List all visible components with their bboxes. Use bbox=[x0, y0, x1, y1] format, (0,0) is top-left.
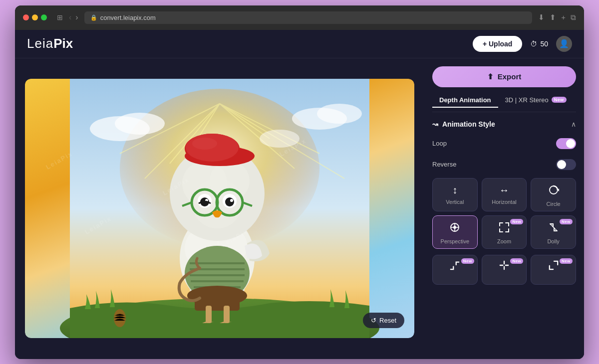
svg-point-11 bbox=[115, 113, 165, 135]
nav-forward-icon[interactable]: › bbox=[75, 13, 78, 22]
reset-label: Reset bbox=[379, 317, 396, 324]
upload-button[interactable]: + Upload bbox=[473, 36, 523, 52]
tab-depth-animation[interactable]: Depth Animation bbox=[432, 93, 498, 108]
loop-toggle[interactable] bbox=[556, 138, 576, 149]
browser-actions: ⬇ ⬆ + ⧉ bbox=[538, 13, 576, 22]
sidebar-toggle-icon[interactable]: ⊞ bbox=[57, 13, 63, 21]
animation-style-section: ↝ Animation Style ∧ bbox=[432, 118, 576, 130]
svg-rect-27 bbox=[195, 296, 240, 311]
btn3-icon bbox=[549, 260, 559, 273]
bottom-btn-1[interactable]: New bbox=[432, 255, 478, 285]
reverse-row: Reverse bbox=[432, 157, 576, 172]
browser-nav: ‹ › bbox=[69, 13, 78, 22]
horizontal-label: Horizontal bbox=[492, 199, 517, 205]
vertical-icon: ↕ bbox=[452, 184, 457, 196]
scene-svg bbox=[25, 79, 414, 338]
circle-icon bbox=[548, 184, 559, 198]
tabs-icon[interactable]: ⧉ bbox=[571, 13, 576, 22]
tabs-container: Depth Animation 3D | XR Stereo New bbox=[432, 93, 576, 112]
dolly-new-badge: New bbox=[560, 219, 573, 224]
svg-rect-48 bbox=[224, 306, 230, 323]
btn2-icon bbox=[499, 260, 509, 273]
traffic-light-close[interactable] bbox=[23, 14, 29, 20]
reset-icon: ↺ bbox=[371, 317, 376, 324]
avatar[interactable]: 👤 bbox=[556, 36, 572, 52]
export-label: Export bbox=[498, 72, 522, 81]
svg-point-41 bbox=[230, 199, 233, 202]
reverse-label: Reverse bbox=[432, 161, 456, 168]
address-bar[interactable]: 🔒 convert.leiapix.com bbox=[84, 11, 533, 24]
svg-rect-47 bbox=[206, 306, 212, 323]
credits-icon: ⏱ bbox=[530, 40, 537, 48]
reset-button[interactable]: ↺ Reset bbox=[363, 313, 404, 328]
anim-btn-perspective[interactable]: Perspective bbox=[432, 215, 478, 249]
btn3-new-badge: New bbox=[560, 258, 573, 264]
svg-point-13 bbox=[317, 104, 362, 124]
image-panel: LeiaPix LeiaPix LeiaPix LeiaPix LeiaPix … bbox=[15, 58, 424, 359]
reverse-toggle-knob bbox=[557, 160, 566, 169]
svg-point-35 bbox=[192, 138, 217, 150]
dolly-label: Dolly bbox=[547, 238, 559, 244]
tab-xr-stereo[interactable]: 3D | XR Stereo New bbox=[498, 93, 574, 108]
export-button[interactable]: ⬆ Export bbox=[432, 66, 576, 87]
perspective-icon bbox=[449, 222, 460, 235]
loop-toggle-knob bbox=[566, 139, 575, 148]
app-body: LeiaPix LeiaPix LeiaPix LeiaPix LeiaPix … bbox=[15, 58, 584, 359]
url-text: convert.leiapix.com bbox=[100, 14, 156, 21]
logo-leia: Leia bbox=[27, 36, 53, 51]
main-image: LeiaPix LeiaPix LeiaPix LeiaPix LeiaPix bbox=[25, 79, 414, 338]
bottom-grid-row: New New New bbox=[432, 255, 576, 285]
svg-point-14 bbox=[260, 130, 300, 148]
logo: Leia Pix bbox=[27, 36, 73, 51]
traffic-lights bbox=[23, 14, 47, 20]
anim-btn-dolly[interactable]: New Dolly bbox=[531, 215, 576, 249]
zoom-label: Zoom bbox=[497, 238, 511, 244]
browser-chrome: ⊞ ‹ › 🔒 convert.leiapix.com ⬇ ⬆ + ⧉ bbox=[15, 5, 584, 30]
animation-style-label: Animation Style bbox=[442, 120, 495, 128]
browser-window: ⊞ ‹ › 🔒 convert.leiapix.com ⬇ ⬆ + ⧉ Leia… bbox=[15, 5, 584, 359]
zoom-icon bbox=[499, 222, 510, 235]
export-icon: ⬆ bbox=[487, 72, 494, 81]
download-icon[interactable]: ⬇ bbox=[538, 13, 545, 22]
animation-grid: ↕ Vertical ↔ Horizontal Circle bbox=[432, 178, 576, 249]
xr-new-badge: New bbox=[552, 97, 567, 103]
credits-value: 50 bbox=[540, 40, 548, 48]
anim-btn-circle[interactable]: Circle bbox=[531, 178, 576, 211]
loop-row: Loop bbox=[432, 136, 576, 151]
bottom-btn-2[interactable]: New bbox=[482, 255, 527, 285]
svg-point-40 bbox=[225, 197, 234, 206]
anim-btn-zoom[interactable]: New Zoom bbox=[482, 215, 527, 249]
lock-icon: 🔒 bbox=[90, 14, 97, 21]
tab-xr-label: 3D | XR Stereo bbox=[505, 96, 549, 104]
traffic-light-minimize[interactable] bbox=[32, 14, 38, 20]
btn1-new-badge: New bbox=[461, 258, 474, 264]
horizontal-icon: ↔ bbox=[499, 184, 509, 196]
right-panel: ⬆ Export Depth Animation 3D | XR Stereo … bbox=[424, 58, 584, 359]
image-wrapper: LeiaPix LeiaPix LeiaPix LeiaPix LeiaPix … bbox=[25, 79, 414, 338]
logo-pix: Pix bbox=[53, 36, 73, 51]
vertical-label: Vertical bbox=[446, 199, 464, 205]
avatar-icon: 👤 bbox=[559, 39, 569, 48]
header-actions: + Upload ⏱ 50 👤 bbox=[473, 36, 572, 52]
circle-label: Circle bbox=[547, 201, 561, 207]
btn1-icon bbox=[450, 260, 460, 273]
new-tab-icon[interactable]: + bbox=[561, 13, 566, 22]
share-icon[interactable]: ⬆ bbox=[550, 13, 556, 22]
app-header: Leia Pix + Upload ⏱ 50 👤 bbox=[15, 30, 584, 58]
traffic-light-maximize[interactable] bbox=[41, 14, 47, 20]
bottom-btn-3[interactable]: New bbox=[531, 255, 576, 285]
reverse-toggle[interactable] bbox=[556, 159, 576, 170]
credits-display: ⏱ 50 bbox=[530, 40, 548, 48]
btn2-new-badge: New bbox=[510, 258, 523, 264]
animation-style-icon: ↝ bbox=[432, 120, 438, 128]
nav-back-icon[interactable]: ‹ bbox=[69, 13, 71, 22]
loop-label: Loop bbox=[432, 140, 447, 147]
collapse-icon[interactable]: ∧ bbox=[571, 120, 576, 128]
tab-depth-label: Depth Animation bbox=[439, 96, 491, 104]
zoom-new-badge: New bbox=[510, 219, 523, 224]
section-title-animation: ↝ Animation Style bbox=[432, 120, 495, 128]
app-container: Leia Pix + Upload ⏱ 50 👤 bbox=[15, 30, 584, 359]
perspective-label: Perspective bbox=[441, 238, 469, 244]
anim-btn-horizontal[interactable]: ↔ Horizontal bbox=[482, 178, 527, 211]
anim-btn-vertical[interactable]: ↕ Vertical bbox=[432, 178, 478, 211]
